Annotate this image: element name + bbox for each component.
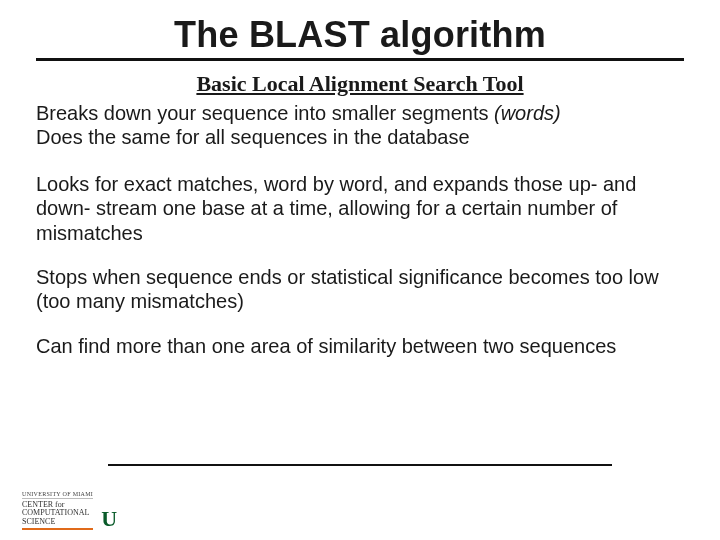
footer-logo: UNIVERSITY OF MIAMI CENTER for COMPUTATI… xyxy=(22,491,117,530)
logo-text: UNIVERSITY OF MIAMI CENTER for COMPUTATI… xyxy=(22,491,93,530)
line-2: Does the same for all sequences in the d… xyxy=(36,126,470,148)
title-wrap: The BLAST algorithm xyxy=(0,0,720,61)
slide: The BLAST algorithm Basic Local Alignmen… xyxy=(0,0,720,540)
line-1: Breaks down your sequence into smaller s… xyxy=(36,102,494,124)
u-left: U xyxy=(101,508,117,530)
logo-center-3: SCIENCE xyxy=(22,518,93,526)
logo-university: UNIVERSITY OF MIAMI xyxy=(22,491,93,499)
paragraph-4: Can find more than one area of similarit… xyxy=(36,334,684,358)
slide-title: The BLAST algorithm xyxy=(0,14,720,56)
paragraph-2: Looks for exact matches, word by word, a… xyxy=(36,172,684,245)
paragraph-3: Stops when sequence ends or statistical … xyxy=(36,265,684,314)
subtitle: Basic Local Alignment Search Tool xyxy=(36,71,684,97)
line-1-italic: (words) xyxy=(494,102,561,124)
footer-divider xyxy=(108,464,612,466)
slide-content: Basic Local Alignment Search Tool Breaks… xyxy=(0,61,720,358)
u-logo-icon: U xyxy=(101,508,117,530)
paragraph-1: Breaks down your sequence into smaller s… xyxy=(36,101,684,150)
